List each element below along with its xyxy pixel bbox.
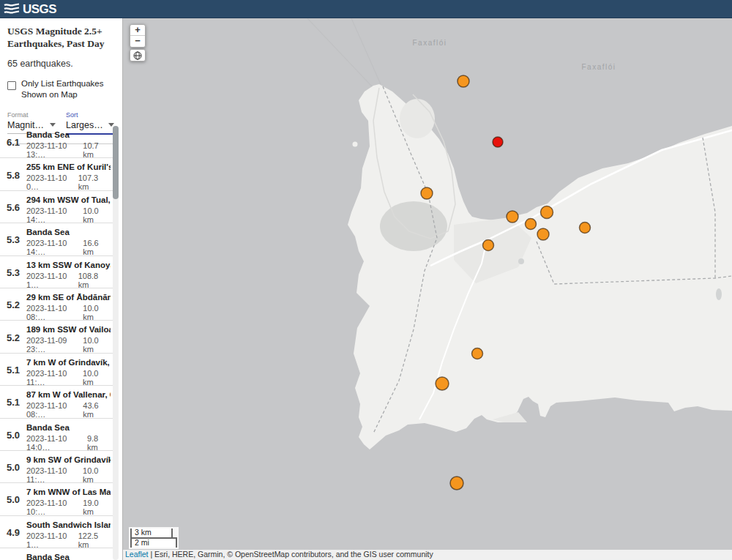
only-list-shown-checkbox[interactable] <box>7 81 16 90</box>
scale-mi: 2 mi <box>130 537 177 548</box>
earthquake-time: 2023-11-10 1… <box>26 272 78 289</box>
only-list-shown-label: Only List Earthquakes Shown on Map <box>21 78 115 101</box>
usgs-wave-icon <box>4 3 20 15</box>
reset-view-button[interactable] <box>130 49 146 61</box>
magnitude-value: 5.0 <box>0 430 26 444</box>
leaflet-link[interactable]: Leaflet <box>125 550 149 559</box>
earthquake-time: 2023-11-10 0… <box>26 173 78 191</box>
earthquake-time: 2023-11-10 14:0… <box>26 434 87 452</box>
earthquake-marker-orange[interactable] <box>458 75 469 87</box>
earthquake-depth: 10.0 km <box>83 336 109 354</box>
magnitude-value: 5.2 <box>0 299 26 313</box>
magnitude-value: 5.1 <box>0 365 26 378</box>
earthquake-depth: 16.6 km <box>83 239 109 256</box>
earthquake-place: 7 km WNW of Las Matas… <box>26 488 111 496</box>
earthquake-depth: 10.0 km <box>83 304 109 321</box>
map-attribution: Leaflet | Esri, HERE, Garmin, © OpenStre… <box>123 550 732 560</box>
earthquake-depth: 122.5 km <box>78 531 109 549</box>
earthquake-time: 2023-11-10 1… <box>26 531 78 549</box>
magnitude-value: 5.3 <box>0 267 26 281</box>
earthquake-time: 2023-11-10 13:… <box>26 141 83 159</box>
earthquake-marker-orange[interactable] <box>507 211 518 223</box>
earthquake-place: South Sandwich Islands … <box>26 520 111 529</box>
earthquake-list-item[interactable]: 4.9 South Sandwich Islands … 2023-11-10 … <box>0 516 113 548</box>
zoom-in-button[interactable]: + <box>130 25 145 36</box>
earthquake-list-item[interactable]: 5.3 13 km SSW of Kanoya, J… 2023-11-10 1… <box>0 256 113 288</box>
earthquake-marker-orange[interactable] <box>541 206 553 219</box>
magnitude-value: 5.3 <box>0 234 26 248</box>
magnitude-value: 5.0 <box>0 462 26 476</box>
earthquake-list-item[interactable]: 6.1 Banda Sea 2023-11-10 13:… 10.7 km <box>0 126 113 158</box>
earthquake-time: 2023-11-10 14:… <box>26 239 83 256</box>
earthquake-list-item[interactable]: 5.0 7 km WNW of Las Matas… 2023-11-10 10… <box>0 483 113 515</box>
earthquake-depth: 10.7 km <box>83 141 109 159</box>
earthquake-list-item[interactable]: 5.1 7 km W of Grindavík, Icel… 2023-11-1… <box>0 354 113 386</box>
magnitude-value: 6.1 <box>0 137 26 151</box>
earthquake-place: 29 km SE of Ābdānān, Iran <box>26 293 111 302</box>
earthquake-list-item[interactable]: 5.1 87 km W of Vallenar, Chile 2023-11-1… <box>0 386 113 418</box>
earthquake-list-item[interactable]: 5.6 294 km WSW of Tual, In… 2023-11-10 1… <box>0 191 113 223</box>
earthquake-time: 2023-11-10 11:… <box>26 466 83 484</box>
earthquake-marker-orange[interactable] <box>537 228 549 240</box>
earthquake-marker-orange[interactable] <box>526 219 537 230</box>
sea-label-faxafloi-2: Faxaflói <box>581 63 616 71</box>
earthquake-marker-orange[interactable] <box>421 187 433 199</box>
earthquake-depth: 107.3 km <box>78 173 109 191</box>
magnitude-value: 5.8 <box>0 170 26 184</box>
earthquake-time: 2023-11-10 08:… <box>26 401 83 419</box>
magnitude-value: 5.2 <box>0 332 26 346</box>
earthquake-depth: 9.8 km <box>87 434 109 452</box>
svg-text:USGS: USGS <box>23 2 56 15</box>
earthquake-time: 2023-11-10 10:… <box>26 499 83 516</box>
earthquake-depth: 19.0 km <box>83 499 109 516</box>
magnitude-value: 5.0 <box>0 494 26 508</box>
format-label: Format <box>7 111 56 119</box>
magnitude-value: 4.9 <box>0 527 26 541</box>
earthquake-list-item[interactable]: 5.2 189 km SSW of Vailoatai… 2023-11-09 … <box>0 321 113 353</box>
earthquake-count: 65 earthquakes. <box>7 59 115 69</box>
earthquake-marker-orange[interactable] <box>483 240 494 251</box>
sea-label-faxafloi-1: Faxaflói <box>412 39 447 47</box>
page-title: USGS Magnitude 2.5+ Earthquakes, Past Da… <box>7 26 115 51</box>
earthquake-depth: 10.0 km <box>83 466 109 484</box>
map-canvas[interactable]: Faxaflói Faxaflói + − 3 km 2 mi Leaflet … <box>123 18 732 560</box>
earthquake-list-item[interactable]: 5.3 Banda Sea 2023-11-10 14:… 16.6 km <box>0 223 113 255</box>
earthquake-depth: 43.6 km <box>83 401 109 419</box>
usgs-logo-text: USGS <box>23 2 61 15</box>
earthquake-place: 189 km SSW of Vailoatai… <box>26 325 111 334</box>
zoom-control: + − <box>130 24 146 48</box>
earthquake-place: Banda Sea <box>26 423 111 432</box>
earthquake-place: 87 km W of Vallenar, Chile <box>26 390 111 399</box>
earthquake-list-item[interactable]: 5.0 9 km SW of Grindavík, Ic… 2023-11-10… <box>0 451 113 483</box>
earthquake-depth: 108.8 km <box>78 272 109 289</box>
earthquake-marker-orange[interactable] <box>450 477 463 490</box>
small-island <box>353 142 358 147</box>
earthquake-list-item[interactable]: 5.8 255 km ENE of Kuril'sk, … 2023-11-10… <box>0 158 113 190</box>
magnitude-value: 5.1 <box>0 397 26 411</box>
earthquake-depth: 10.0 km <box>83 369 109 387</box>
usgs-logo[interactable]: USGS <box>0 2 61 15</box>
attribution-text: | Esri, HERE, Garmin, © OpenStreetMap co… <box>149 550 433 559</box>
earthquake-time: 2023-11-10 11:… <box>26 369 83 387</box>
earthquake-depth: 10.0 km <box>83 206 109 224</box>
app-header: USGS <box>0 0 732 18</box>
sidebar-scrollbar-thumb[interactable] <box>113 126 119 199</box>
earthquake-place: 7 km W of Grindavík, Icel… <box>26 358 111 367</box>
earthquake-marker-orange[interactable] <box>580 223 591 234</box>
earthquake-list-item[interactable]: 5.2 29 km SE of Ābdānān, Iran 2023-11-10… <box>0 288 113 321</box>
sidebar-scrollbar[interactable] <box>113 126 119 560</box>
terrain-patch <box>380 201 447 251</box>
earthquake-marker-orange[interactable] <box>472 348 483 359</box>
earthquake-time: 2023-11-10 08:… <box>26 304 83 321</box>
earthquake-place: Banda Sea <box>26 130 111 139</box>
earthquake-place: 255 km ENE of Kuril'sk, … <box>26 163 111 171</box>
earthquake-list-item[interactable]: Banda Sea <box>0 548 113 560</box>
earthquake-marker-red[interactable] <box>493 137 503 147</box>
earthquake-marker-orange[interactable] <box>436 377 449 390</box>
earthquake-list: 6.1 Banda Sea 2023-11-10 13:… 10.7 km 5.… <box>0 126 113 560</box>
zoom-out-button[interactable]: − <box>130 36 145 47</box>
earthquake-place: 13 km SSW of Kanoya, J… <box>26 261 111 269</box>
earthquake-time: 2023-11-10 14:… <box>26 206 83 224</box>
earthquake-list-item[interactable]: 5.0 Banda Sea 2023-11-10 14:0… 9.8 km <box>0 419 113 451</box>
basemap: Faxaflói Faxaflói <box>123 18 732 560</box>
